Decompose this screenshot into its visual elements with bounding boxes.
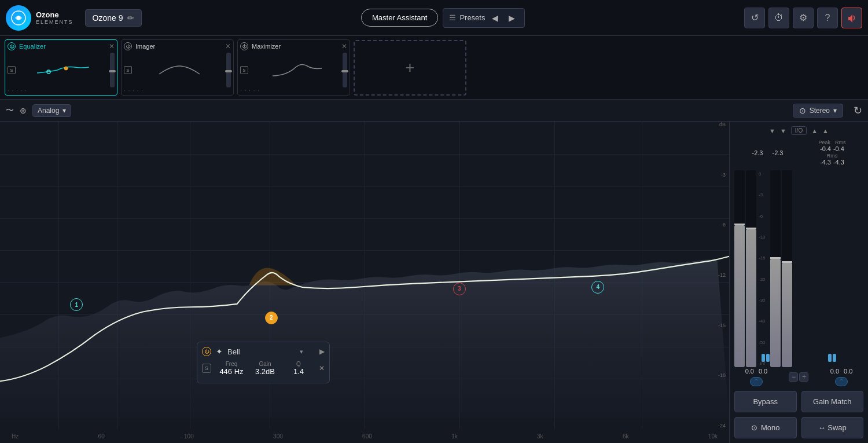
stereo-icon: ⊙ bbox=[799, 106, 806, 115]
master-assistant-button[interactable]: Master Assistant bbox=[361, 9, 438, 27]
popup-filter-name: Bell bbox=[227, 347, 295, 356]
bypass-button[interactable]: Bypass bbox=[734, 391, 797, 412]
maximizer-fader[interactable] bbox=[343, 53, 347, 87]
right-panel: ▼ ▼ I/O ▲ ▲ -2.3 -2.3 Peak Rms -0.4 bbox=[729, 122, 868, 443]
swap-button[interactable]: ↔ Swap bbox=[801, 417, 864, 438]
freq-label: Freq bbox=[215, 361, 248, 367]
audio-icon[interactable] bbox=[841, 8, 862, 28]
add-module-button[interactable]: + bbox=[354, 40, 466, 96]
eq-toolbar: 〜 ⊕ Analog ▾ ⊙ Stereo ▾ ↻ bbox=[0, 100, 868, 122]
freq-hz: Hz bbox=[12, 433, 19, 440]
stereo-dropdown[interactable]: ⊙ Stereo ▾ bbox=[793, 104, 843, 118]
popup-solo-btn[interactable]: S bbox=[202, 364, 211, 373]
preset-name-text: Ozone 9 bbox=[93, 13, 123, 23]
mono-label: Mono bbox=[761, 423, 780, 432]
band-node-2[interactable]: 2 bbox=[265, 312, 278, 324]
popup-params: Freq 446 Hz Gain 3.2dB Q 1.4 bbox=[215, 361, 315, 376]
bottom-buttons: Bypass Gain Match ⊙ Mono ↔ Swap bbox=[734, 391, 863, 438]
history-button[interactable]: ⏱ bbox=[768, 8, 789, 28]
edit-pencil-icon[interactable]: ✏ bbox=[127, 13, 134, 23]
peak-val1: -0.4 bbox=[820, 145, 831, 152]
bypass-gainmatch-row: Bypass Gain Match bbox=[734, 391, 863, 412]
settings-button[interactable]: ⚙ bbox=[793, 8, 814, 28]
imager-solo-btn[interactable]: S bbox=[124, 66, 132, 74]
freq-10k: 10k bbox=[708, 433, 718, 440]
meter-add-btn[interactable]: + bbox=[799, 372, 808, 382]
popup-power-btn[interactable]: ⏻ bbox=[202, 347, 211, 356]
peak-header-label: Peak bbox=[818, 140, 830, 145]
undo-button[interactable]: ↺ bbox=[744, 8, 765, 28]
equalizer-solo-btn[interactable]: S bbox=[8, 66, 16, 74]
mono-button[interactable]: ⊙ Mono bbox=[734, 417, 797, 438]
band-node-4[interactable]: 4 bbox=[591, 281, 604, 294]
help-button[interactable]: ? bbox=[817, 8, 838, 28]
maximizer-dots: · · · · · bbox=[240, 87, 347, 94]
center-controls: Master Assistant ☰ Presets ◀ ▶ bbox=[148, 8, 738, 28]
meter-thumb-out-right[interactable] bbox=[833, 354, 836, 362]
imager-close-btn[interactable]: ✕ bbox=[225, 42, 231, 50]
freq-60: 60 bbox=[98, 433, 105, 440]
meter-up-arrow: ▲ bbox=[811, 127, 818, 134]
imager-power-btn[interactable]: ⏻ bbox=[124, 42, 132, 50]
imager-dots: · · · · · bbox=[124, 87, 231, 94]
meter-out-left bbox=[770, 170, 781, 367]
main-layout: 1 2 3 4 ⏻ ✦ Bell ▾ ▶ S bbox=[0, 122, 868, 443]
presets-prev-button[interactable]: ◀ bbox=[488, 12, 502, 24]
freq-labels: Hz 60 100 300 600 1k 3k 6k 10k bbox=[0, 433, 729, 440]
presets-next-button[interactable]: ▶ bbox=[505, 12, 518, 24]
band-node-3[interactable]: 3 bbox=[453, 283, 466, 295]
equalizer-power-btn[interactable]: ⏻ bbox=[8, 42, 16, 50]
band-node-1[interactable]: 1 bbox=[70, 298, 83, 311]
freq-600: 600 bbox=[362, 433, 372, 440]
meter-val-left2: -2.3 bbox=[772, 149, 783, 156]
meter-down-arrow: ▼ bbox=[769, 127, 775, 134]
maximizer-power-btn[interactable]: ⏻ bbox=[240, 42, 248, 50]
imager-curve-icon bbox=[134, 61, 224, 79]
popup-filter-dropdown[interactable]: ▾ bbox=[300, 348, 303, 356]
meter-add-sub-controls: − + bbox=[789, 372, 808, 382]
q-label: Q bbox=[282, 361, 315, 367]
equalizer-fader[interactable] bbox=[110, 53, 115, 87]
meter-bottom-val2: 0.0 bbox=[759, 368, 767, 375]
eq-toolbar-globe-icon[interactable]: ⊕ bbox=[20, 106, 27, 115]
gain-value: 3.2dB bbox=[248, 367, 282, 376]
meter-link-out-btn[interactable]: ⌒ bbox=[835, 377, 848, 386]
eq-toolbar-wave-icon[interactable]: 〜 bbox=[6, 105, 14, 116]
meter-thumb-in-right[interactable] bbox=[766, 354, 770, 362]
eq-toolbar-refresh-icon[interactable]: ↻ bbox=[854, 104, 862, 117]
eq-canvas[interactable]: 1 2 3 4 ⏻ ✦ Bell ▾ ▶ S bbox=[0, 122, 729, 443]
db-neg15: -15 bbox=[718, 323, 726, 328]
maximizer-solo-btn[interactable]: S bbox=[240, 66, 248, 74]
eq-mode-dropdown[interactable]: Analog ▾ bbox=[32, 104, 71, 117]
meter-in-left bbox=[734, 170, 745, 367]
q-value: 1.4 bbox=[282, 367, 315, 376]
meter-thumb-in-left[interactable] bbox=[762, 354, 765, 362]
equalizer-curve-icon bbox=[18, 61, 108, 79]
meter-sub-btn[interactable]: − bbox=[789, 372, 798, 382]
gain-match-button[interactable]: Gain Match bbox=[801, 391, 864, 412]
eq-popup: ⏻ ✦ Bell ▾ ▶ S Freq 446 Hz Gain 3.2dB bbox=[197, 342, 330, 383]
popup-delete-btn[interactable]: ✕ bbox=[319, 364, 325, 372]
meter-scale: 0 -3 -6 -10 -15 -20 -30 -40 -50 -inf bbox=[759, 170, 768, 367]
preset-name-box[interactable]: Ozone 9 ✏ bbox=[85, 9, 142, 27]
equalizer-close-btn[interactable]: ✕ bbox=[109, 42, 115, 50]
freq-3k: 3k bbox=[537, 433, 543, 440]
freq-value: 446 Hz bbox=[215, 367, 248, 376]
imager-label: Imager bbox=[135, 43, 222, 50]
module-imager[interactable]: ⏻ Imager ✕ S · · · · · bbox=[121, 39, 234, 96]
meter-link-in-btn[interactable]: ⌒ bbox=[750, 377, 763, 386]
hamburger-icon: ☰ bbox=[449, 13, 456, 22]
popup-play-btn[interactable]: ▶ bbox=[319, 347, 325, 356]
app-name: Ozone bbox=[36, 10, 73, 20]
module-equalizer[interactable]: ⏻ Equalizer ✕ S · · · · · bbox=[5, 39, 117, 96]
mono-swap-row: ⊙ Mono ↔ Swap bbox=[734, 417, 863, 438]
rms-header-label2: Rms bbox=[827, 153, 838, 159]
module-maximizer[interactable]: ⏻ Maximizer ✕ S · · · · · bbox=[237, 39, 350, 96]
maximizer-close-btn[interactable]: ✕ bbox=[341, 42, 347, 50]
imager-fader[interactable] bbox=[226, 53, 231, 87]
equalizer-dots: · · · · · bbox=[8, 87, 115, 94]
rms-header-label: Rms bbox=[835, 140, 846, 145]
meter-up-arrow2: ▲ bbox=[822, 127, 829, 134]
maximizer-curve-icon bbox=[251, 61, 340, 79]
meter-thumb-out-left[interactable] bbox=[828, 354, 832, 362]
